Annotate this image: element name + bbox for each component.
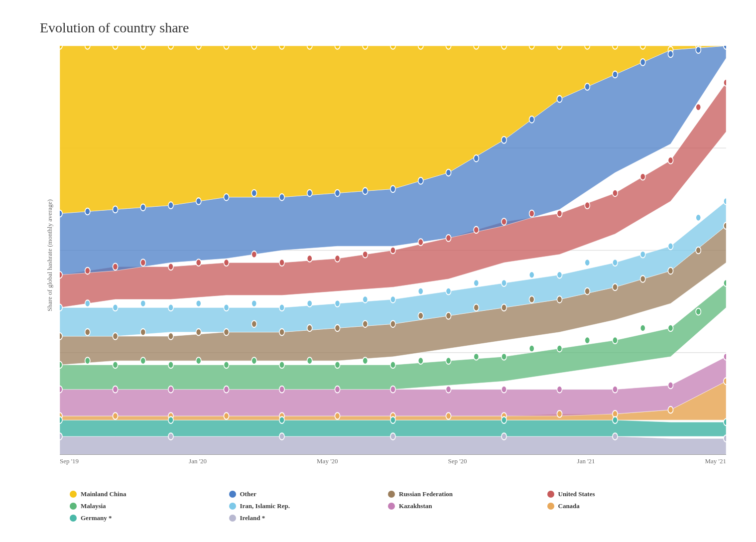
svg-point-22 (390, 46, 395, 49)
svg-point-142 (252, 357, 256, 364)
legend-label-china: Mainland China (81, 490, 126, 498)
svg-point-144 (307, 357, 312, 364)
legend-item-ireland: Ireland * (229, 514, 378, 522)
legend-item-malaysia: Malaysia (70, 502, 219, 510)
svg-point-79 (585, 202, 590, 209)
svg-point-171 (668, 382, 673, 389)
svg-point-28 (557, 46, 562, 49)
svg-point-110 (60, 304, 62, 311)
svg-point-162 (168, 386, 173, 393)
legend-dot-ireland (229, 515, 236, 522)
svg-point-41 (224, 194, 229, 201)
svg-point-165 (335, 386, 340, 393)
svg-point-31 (640, 46, 645, 49)
svg-point-106 (640, 275, 645, 282)
svg-point-57 (668, 51, 673, 58)
main-chart: 100% 75% 50% 25% 0% (60, 46, 726, 455)
svg-point-194 (168, 433, 173, 440)
svg-point-94 (307, 325, 312, 332)
svg-point-36 (85, 208, 90, 215)
svg-point-47 (390, 186, 395, 193)
svg-point-29 (585, 46, 590, 49)
svg-point-17 (252, 46, 256, 49)
svg-point-24 (446, 46, 451, 49)
x-label-may20: May '20 (317, 457, 338, 465)
svg-point-42 (252, 190, 256, 197)
svg-point-178 (335, 412, 340, 419)
svg-point-131 (640, 251, 645, 258)
svg-point-102 (529, 296, 534, 303)
svg-point-73 (418, 239, 423, 246)
legend-label-germany: Germany * (81, 514, 112, 522)
svg-point-115 (196, 300, 201, 307)
svg-point-55 (613, 71, 618, 78)
svg-point-128 (557, 271, 562, 278)
svg-point-65 (196, 259, 201, 266)
svg-point-176 (224, 412, 229, 419)
svg-point-113 (140, 300, 145, 307)
svg-point-127 (529, 271, 534, 278)
svg-point-123 (418, 288, 423, 295)
svg-point-111 (85, 300, 90, 307)
svg-point-143 (279, 362, 284, 369)
legend-label-malaysia: Malaysia (81, 502, 106, 510)
svg-point-109 (724, 222, 726, 229)
svg-point-124 (446, 288, 451, 295)
svg-point-98 (418, 312, 423, 319)
svg-point-163 (224, 386, 229, 393)
svg-point-187 (168, 416, 173, 423)
legend-dot-us (547, 491, 554, 498)
svg-point-149 (446, 357, 451, 364)
svg-point-161 (113, 386, 118, 393)
svg-point-69 (307, 255, 312, 262)
svg-point-54 (585, 83, 590, 90)
svg-point-189 (390, 416, 395, 423)
svg-point-148 (418, 357, 423, 364)
svg-point-134 (724, 198, 726, 205)
legend-label-ireland: Ireland * (240, 514, 265, 522)
svg-point-51 (502, 136, 506, 143)
svg-point-190 (502, 416, 506, 423)
svg-point-12 (113, 46, 118, 49)
svg-point-167 (446, 386, 451, 393)
svg-point-168 (502, 386, 506, 393)
svg-point-52 (529, 116, 534, 123)
svg-point-76 (502, 218, 506, 225)
svg-point-95 (335, 325, 340, 332)
svg-point-180 (446, 412, 451, 419)
y-axis-label: Share of global hashrate (monthly averag… (40, 46, 60, 465)
svg-point-166 (390, 386, 395, 393)
svg-point-89 (168, 333, 173, 340)
legend-dot-china (70, 491, 77, 498)
svg-point-184 (668, 406, 673, 413)
svg-point-81 (640, 173, 645, 180)
svg-point-84 (724, 79, 726, 86)
svg-point-172 (724, 353, 726, 360)
chart-inner: 100% 75% 50% 25% 0% (60, 46, 726, 465)
svg-point-169 (557, 386, 562, 393)
svg-point-170 (613, 386, 618, 393)
svg-point-78 (557, 210, 562, 217)
svg-point-63 (140, 259, 145, 266)
legend-label-us: United States (558, 490, 595, 498)
svg-point-108 (696, 247, 701, 254)
svg-point-105 (613, 284, 618, 291)
svg-point-87 (113, 333, 118, 340)
svg-point-198 (613, 433, 618, 440)
svg-point-107 (668, 268, 673, 274)
svg-point-83 (696, 104, 701, 111)
svg-point-44 (307, 190, 312, 197)
svg-point-50 (474, 155, 479, 162)
svg-point-75 (474, 227, 479, 234)
svg-point-117 (252, 300, 256, 307)
legend-dot-malaysia (70, 503, 77, 510)
legend-dot-russia (388, 491, 395, 498)
svg-point-96 (363, 320, 368, 327)
svg-point-16 (224, 46, 229, 49)
svg-point-48 (418, 177, 423, 184)
svg-point-71 (363, 251, 368, 258)
svg-point-25 (474, 46, 479, 49)
svg-point-37 (113, 206, 118, 213)
legend-dot-germany (70, 515, 77, 522)
svg-point-60 (60, 271, 62, 278)
